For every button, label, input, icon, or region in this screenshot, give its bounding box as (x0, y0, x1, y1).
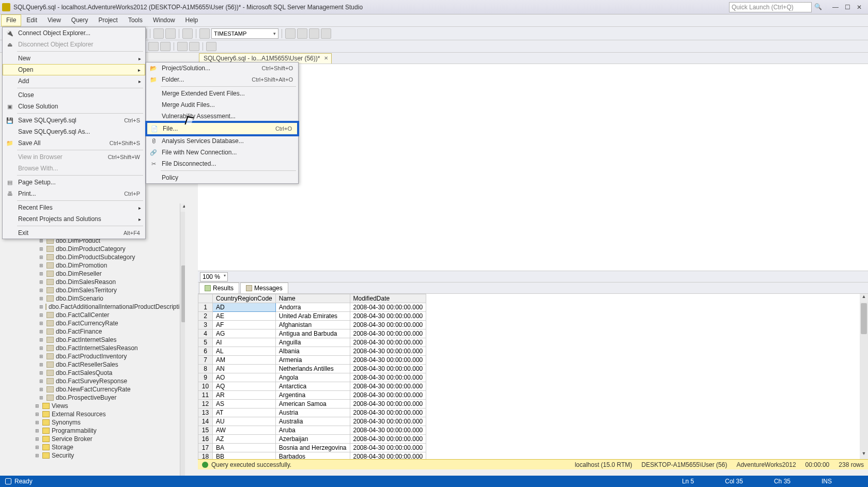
menu-print[interactable]: 🖶Print...Ctrl+P (3, 188, 145, 199)
undo-icon[interactable] (153, 28, 164, 39)
menu-project[interactable]: Project (94, 14, 123, 26)
cell[interactable]: 2008-04-30 00:00:00.000 (350, 409, 426, 417)
maximize-button[interactable]: ☐ (845, 4, 850, 11)
table-row[interactable]: 14AUAustralia2008-04-30 00:00:00.000 (198, 417, 426, 426)
cell[interactable]: AE (213, 312, 276, 321)
table-row[interactable]: 10AQAntarctica2008-04-30 00:00:00.000 (198, 382, 426, 391)
menu-exit[interactable]: ExitAlt+F4 (3, 227, 145, 239)
search-icon[interactable]: 🔍 (814, 3, 822, 11)
toolbar-button[interactable] (206, 42, 216, 51)
submenu-vulnerability[interactable]: Vulnerability Assessment... (146, 111, 298, 122)
table-row[interactable]: 18BBBarbados2008-04-30 00:00:00.000 (198, 452, 426, 460)
menu-save-as[interactable]: Save SQLQuery6.sql As... (3, 126, 145, 137)
cell[interactable]: Barbados (275, 452, 350, 460)
cell[interactable]: AZ (213, 435, 276, 444)
column-header[interactable]: ModifiedDate (350, 294, 426, 303)
menu-connect-object-explorer[interactable]: 🔌Connect Object Explorer... (3, 27, 145, 39)
cell[interactable]: Antigua and Barbuda (275, 329, 350, 338)
menu-page-setup[interactable]: ▤Page Setup... (3, 177, 145, 188)
scrollbar-thumb[interactable] (861, 303, 867, 334)
table-row[interactable]: 7AMArmenia2008-04-30 00:00:00.000 (198, 356, 426, 365)
cell[interactable]: 2008-04-30 00:00:00.000 (350, 321, 426, 329)
cell[interactable]: 2008-04-30 00:00:00.000 (350, 417, 426, 426)
toolbar-button[interactable] (297, 28, 307, 39)
cell[interactable]: Aruba (275, 426, 350, 435)
type-combo[interactable]: TIMESTAMP (211, 28, 278, 39)
cell[interactable]: 2008-04-30 00:00:00.000 (350, 338, 426, 347)
cell[interactable]: AG (213, 329, 276, 338)
table-row[interactable]: 13ATAustria2008-04-30 00:00:00.000 (198, 409, 426, 417)
submenu-folder[interactable]: 📁Folder...Ctrl+Shift+Alt+O (146, 74, 298, 85)
menu-recent-projects[interactable]: Recent Projects and Solutions▸ (3, 213, 145, 225)
cell[interactable]: AW (213, 426, 276, 435)
cell[interactable]: American Samoa (275, 400, 350, 409)
cell[interactable]: Azerbaijan (275, 435, 350, 444)
table-row[interactable]: 5AIAnguilla2008-04-30 00:00:00.000 (198, 338, 426, 347)
cell[interactable]: 2008-04-30 00:00:00.000 (350, 347, 426, 356)
table-row[interactable]: 16AZAzerbaijan2008-04-30 00:00:00.000 (198, 435, 426, 444)
menu-close[interactable]: Close (3, 89, 145, 101)
cell[interactable]: AS (213, 400, 276, 409)
toolbar-button[interactable] (182, 28, 193, 39)
menu-view-browser[interactable]: View in BrowserCtrl+Shift+W (3, 151, 145, 163)
cell[interactable]: BA (213, 444, 276, 452)
menu-help[interactable]: Help (180, 14, 204, 26)
cell[interactable]: 2008-04-30 00:00:00.000 (350, 303, 426, 312)
tab-messages[interactable]: Messages (240, 282, 288, 293)
submenu-merge-audit[interactable]: Merge Audit Files... (146, 99, 298, 111)
toolbar-button[interactable] (160, 42, 171, 51)
submenu-merge-extended[interactable]: Merge Extended Event Files... (146, 88, 298, 99)
submenu-policy[interactable]: Policy (146, 172, 298, 183)
toolbar-button[interactable] (148, 42, 159, 51)
cell[interactable]: 2008-04-30 00:00:00.000 (350, 444, 426, 452)
menu-recent-files[interactable]: Recent Files▸ (3, 202, 145, 213)
cell[interactable]: 2008-04-30 00:00:00.000 (350, 329, 426, 338)
toolbar-button[interactable] (321, 28, 331, 39)
toolbar-button[interactable] (189, 42, 199, 51)
menu-browse-with[interactable]: Browse With... (3, 163, 145, 174)
table-row[interactable]: 6ALAlbania2008-04-30 00:00:00.000 (198, 347, 426, 356)
tab-results[interactable]: Results (199, 282, 239, 293)
menu-query[interactable]: Query (66, 14, 94, 26)
column-header[interactable]: Name (275, 294, 350, 303)
cell[interactable]: BB (213, 452, 276, 460)
cell[interactable]: 2008-04-30 00:00:00.000 (350, 312, 426, 321)
results-grid[interactable]: CountryRegionCodeNameModifiedDate1ADAndo… (198, 294, 426, 459)
cell[interactable]: 2008-04-30 00:00:00.000 (350, 356, 426, 365)
table-row[interactable]: 3AFAfghanistan2008-04-30 00:00:00.000 (198, 321, 426, 329)
menu-file[interactable]: File (1, 14, 21, 26)
menu-close-solution[interactable]: ▣Close Solution (3, 101, 145, 112)
menu-new[interactable]: New▸ (3, 53, 145, 64)
cell[interactable]: AM (213, 356, 276, 365)
cell[interactable]: AL (213, 347, 276, 356)
cell[interactable]: AD (213, 303, 276, 312)
submenu-analysis-services[interactable]: 🛢Analysis Services Database... (146, 135, 298, 147)
cell[interactable]: Argentina (275, 391, 350, 400)
cell[interactable]: 2008-04-30 00:00:00.000 (350, 382, 426, 391)
cell[interactable]: AF (213, 321, 276, 329)
minimize-button[interactable]: — (832, 4, 839, 11)
cell[interactable]: 2008-04-30 00:00:00.000 (350, 426, 426, 435)
cell[interactable]: Netherlands Antilles (275, 365, 350, 373)
cell[interactable]: Antarctica (275, 382, 350, 391)
cell[interactable]: Bosnia and Herzegovina (275, 444, 350, 452)
menu-disconnect-object-explorer[interactable]: ⏏Disconnect Object Explorer (3, 39, 145, 50)
table-row[interactable]: 12ASAmerican Samoa2008-04-30 00:00:00.00… (198, 400, 426, 409)
table-row[interactable]: 11ARArgentina2008-04-30 00:00:00.000 (198, 391, 426, 400)
menu-view[interactable]: View (42, 14, 66, 26)
submenu-project-solution[interactable]: 📂Project/Solution...Ctrl+Shift+O (146, 62, 298, 74)
cell[interactable]: United Arab Emirates (275, 312, 350, 321)
menu-window[interactable]: Window (148, 14, 180, 26)
toolbar-button[interactable] (199, 28, 210, 39)
scroll-up-icon[interactable]: ▲ (860, 294, 868, 302)
cell[interactable]: 2008-04-30 00:00:00.000 (350, 373, 426, 382)
cell[interactable]: Afghanistan (275, 321, 350, 329)
cell[interactable]: Albania (275, 347, 350, 356)
menu-open[interactable]: Open▸ (3, 64, 145, 75)
cell[interactable]: Australia (275, 417, 350, 426)
cell[interactable]: Andorra (275, 303, 350, 312)
toolbar-button[interactable] (309, 28, 319, 39)
cell[interactable]: AI (213, 338, 276, 347)
close-button[interactable]: ✕ (857, 4, 862, 11)
menu-tools[interactable]: Tools (123, 14, 148, 26)
